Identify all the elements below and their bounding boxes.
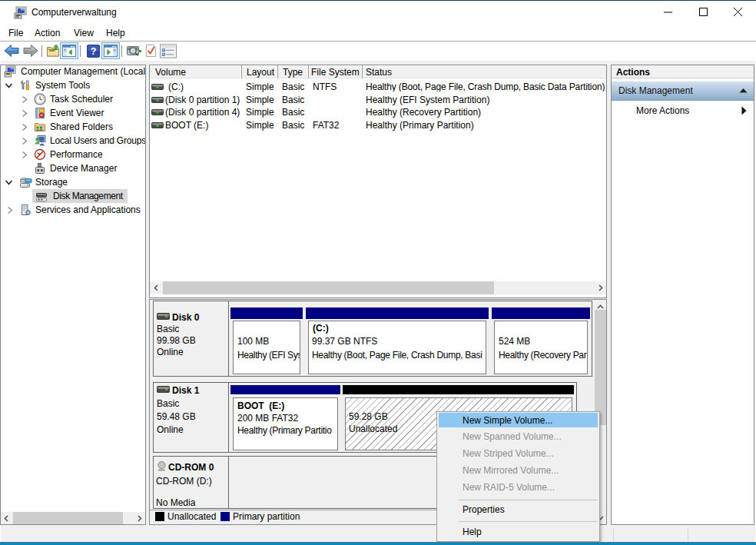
svg-text:?: ? [91, 46, 97, 57]
